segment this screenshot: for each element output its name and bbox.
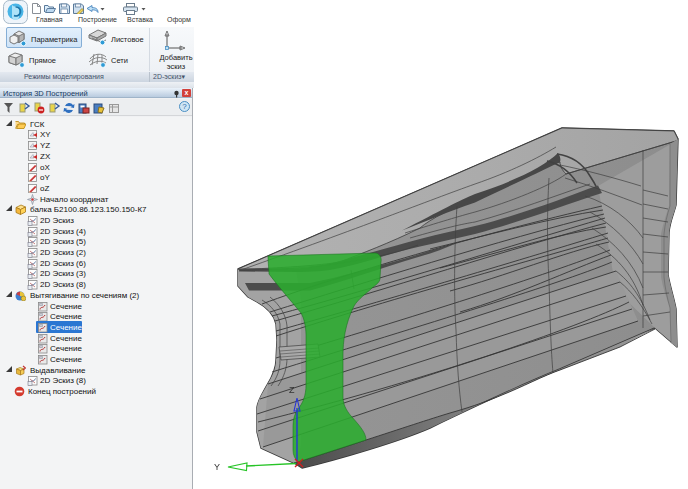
svg-text:Z: Z xyxy=(289,385,295,395)
svg-text:?: ? xyxy=(182,102,187,111)
svg-text:Y: Y xyxy=(214,462,220,472)
